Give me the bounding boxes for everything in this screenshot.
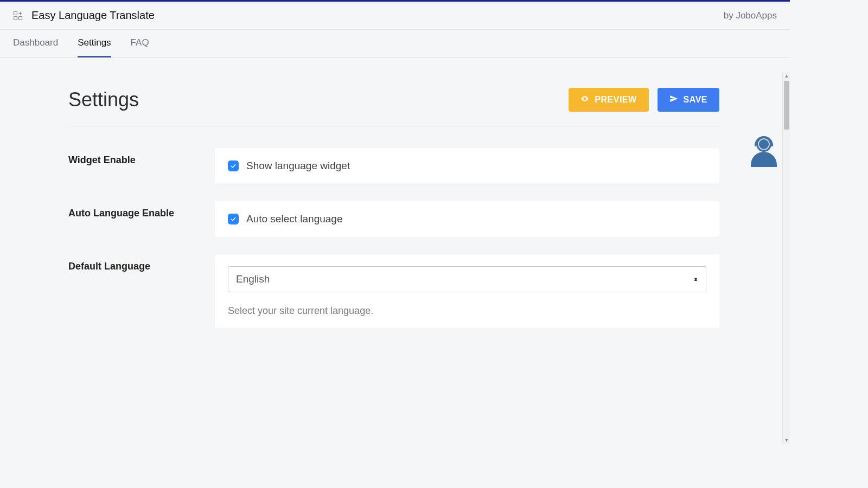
scroll-thumb[interactable]: [784, 81, 789, 130]
select-value: English: [236, 273, 270, 285]
support-agent-icon[interactable]: [750, 134, 778, 167]
row-auto-language: Auto Language Enable Auto select languag…: [68, 201, 719, 237]
page-title: Settings: [68, 88, 139, 111]
label-widget-enable: Widget Enable: [68, 148, 215, 166]
tab-faq[interactable]: FAQ: [131, 30, 149, 57]
scroll-up-icon[interactable]: ▲: [783, 72, 790, 80]
send-icon: [669, 94, 678, 105]
save-button[interactable]: SAVE: [658, 88, 719, 112]
select-default-language[interactable]: English ▲▼: [228, 266, 706, 292]
card-auto-language: Auto select language: [215, 201, 719, 237]
label-default-language: Default Language: [68, 254, 215, 272]
content-scroll[interactable]: Settings PREVIEW SAVE Widget Enable: [0, 70, 782, 444]
checkbox-auto-language-label: Auto select language: [246, 213, 342, 225]
app-title: Easy Language Translate: [31, 9, 155, 22]
page-header: Settings PREVIEW SAVE: [68, 88, 719, 126]
svg-rect-0: [14, 11, 17, 15]
svg-rect-1: [14, 16, 17, 20]
helper-default-language: Select your site current language.: [228, 305, 706, 317]
app-logo-icon: [13, 11, 23, 21]
eye-icon: [580, 94, 589, 105]
checkbox-show-widget-label: Show language widget: [246, 160, 350, 172]
row-widget-enable: Widget Enable Show language widget: [68, 148, 719, 184]
card-default-language: English ▲▼ Select your site current lang…: [215, 254, 719, 329]
preview-button[interactable]: PREVIEW: [569, 88, 648, 112]
scroll-down-icon[interactable]: ▼: [783, 436, 790, 444]
preview-label: PREVIEW: [595, 95, 636, 105]
svg-rect-2: [19, 16, 22, 20]
header-bar: Easy Language Translate by JoboApps: [0, 2, 790, 30]
checkbox-show-widget[interactable]: [228, 160, 239, 171]
tab-bar: Dashboard Settings FAQ: [0, 30, 790, 58]
vertical-scrollbar[interactable]: ▲ ▼: [782, 72, 790, 444]
card-widget-enable: Show language widget: [215, 148, 719, 184]
save-label: SAVE: [684, 95, 707, 105]
checkbox-auto-language[interactable]: [228, 214, 239, 224]
row-default-language: Default Language English ▲▼ Select your …: [68, 254, 719, 329]
label-auto-language: Auto Language Enable: [68, 201, 215, 219]
tab-dashboard[interactable]: Dashboard: [13, 30, 58, 57]
by-line: by JoboApps: [724, 10, 777, 21]
tab-settings[interactable]: Settings: [78, 30, 111, 57]
